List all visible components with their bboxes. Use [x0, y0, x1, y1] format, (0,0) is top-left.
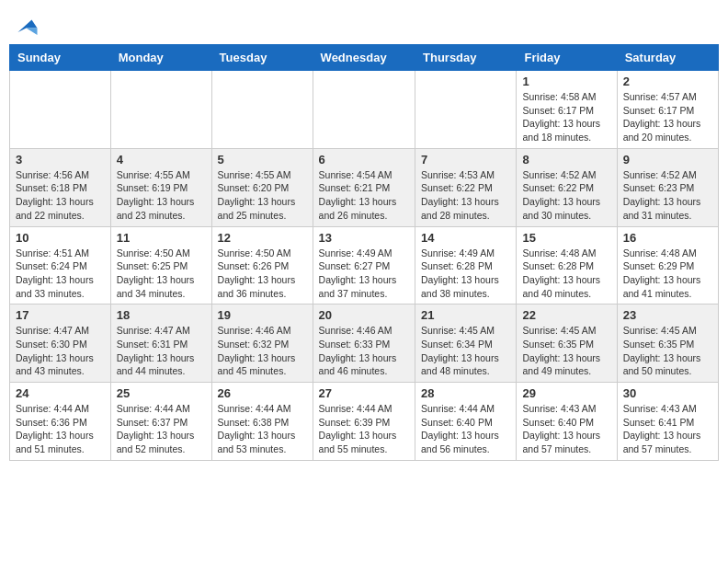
- calendar-cell: [313, 71, 415, 149]
- day-number: 7: [421, 153, 510, 167]
- header-thursday: Thursday: [415, 45, 517, 71]
- calendar-cell: 21Sunrise: 4:45 AM Sunset: 6:34 PM Dayli…: [415, 304, 517, 383]
- page-header: [9, 9, 719, 40]
- day-info: Sunrise: 4:43 AM Sunset: 6:40 PM Dayligh…: [522, 402, 610, 456]
- day-info: Sunrise: 4:55 AM Sunset: 6:19 PM Dayligh…: [117, 168, 206, 223]
- day-info: Sunrise: 4:44 AM Sunset: 6:39 PM Dayligh…: [319, 402, 409, 456]
- calendar-cell: 29Sunrise: 4:43 AM Sunset: 6:40 PM Dayli…: [517, 383, 617, 461]
- calendar-cell: 16Sunrise: 4:48 AM Sunset: 6:29 PM Dayli…: [617, 226, 718, 304]
- day-info: Sunrise: 4:50 AM Sunset: 6:25 PM Dayligh…: [117, 247, 206, 301]
- day-number: 29: [522, 386, 610, 400]
- header-tuesday: Tuesday: [211, 45, 313, 71]
- calendar-cell: 13Sunrise: 4:49 AM Sunset: 6:27 PM Dayli…: [313, 226, 415, 304]
- day-number: 2: [623, 75, 712, 88]
- day-number: 28: [421, 386, 510, 400]
- calendar-cell: 10Sunrise: 4:51 AM Sunset: 6:24 PM Dayli…: [10, 226, 111, 304]
- day-info: Sunrise: 4:45 AM Sunset: 6:34 PM Dayligh…: [421, 324, 510, 378]
- day-number: 13: [319, 231, 409, 245]
- calendar-cell: 7Sunrise: 4:53 AM Sunset: 6:22 PM Daylig…: [415, 148, 517, 226]
- calendar-week-row: 24Sunrise: 4:44 AM Sunset: 6:36 PM Dayli…: [10, 383, 719, 461]
- calendar-cell: 20Sunrise: 4:46 AM Sunset: 6:33 PM Dayli…: [313, 304, 415, 383]
- day-info: Sunrise: 4:44 AM Sunset: 6:38 PM Dayligh…: [218, 402, 307, 456]
- calendar-cell: 23Sunrise: 4:45 AM Sunset: 6:35 PM Dayli…: [617, 304, 718, 383]
- calendar-table: SundayMondayTuesdayWednesdayThursdayFrid…: [9, 44, 719, 461]
- header-wednesday: Wednesday: [313, 45, 415, 71]
- day-info: Sunrise: 4:55 AM Sunset: 6:20 PM Dayligh…: [218, 168, 307, 223]
- day-number: 16: [623, 231, 712, 245]
- day-number: 17: [16, 308, 105, 322]
- calendar-cell: 11Sunrise: 4:50 AM Sunset: 6:25 PM Dayli…: [110, 226, 211, 304]
- day-info: Sunrise: 4:44 AM Sunset: 6:36 PM Dayligh…: [16, 402, 105, 456]
- header-saturday: Saturday: [617, 45, 718, 71]
- day-number: 30: [623, 386, 712, 400]
- calendar-cell: 27Sunrise: 4:44 AM Sunset: 6:39 PM Dayli…: [313, 383, 415, 461]
- calendar-cell: [211, 71, 313, 149]
- day-number: 14: [421, 231, 510, 245]
- calendar-cell: 2Sunrise: 4:57 AM Sunset: 6:17 PM Daylig…: [617, 71, 718, 149]
- day-number: 21: [421, 308, 510, 322]
- day-number: 8: [522, 153, 610, 167]
- day-info: Sunrise: 4:57 AM Sunset: 6:17 PM Dayligh…: [623, 90, 712, 144]
- header-sunday: Sunday: [10, 45, 111, 71]
- calendar-cell: 24Sunrise: 4:44 AM Sunset: 6:36 PM Dayli…: [10, 383, 111, 461]
- calendar-cell: 26Sunrise: 4:44 AM Sunset: 6:38 PM Dayli…: [211, 383, 313, 461]
- logo-icon: [11, 13, 39, 40]
- calendar-cell: 15Sunrise: 4:48 AM Sunset: 6:28 PM Dayli…: [517, 226, 617, 304]
- calendar-cell: 5Sunrise: 4:55 AM Sunset: 6:20 PM Daylig…: [211, 148, 313, 226]
- calendar-cell: 8Sunrise: 4:52 AM Sunset: 6:22 PM Daylig…: [517, 148, 617, 226]
- calendar-cell: 12Sunrise: 4:50 AM Sunset: 6:26 PM Dayli…: [211, 226, 313, 304]
- day-info: Sunrise: 4:58 AM Sunset: 6:17 PM Dayligh…: [522, 90, 610, 144]
- day-number: 5: [218, 153, 307, 167]
- calendar-cell: 25Sunrise: 4:44 AM Sunset: 6:37 PM Dayli…: [110, 383, 211, 461]
- day-info: Sunrise: 4:43 AM Sunset: 6:41 PM Dayligh…: [623, 402, 712, 456]
- calendar-cell: 28Sunrise: 4:44 AM Sunset: 6:40 PM Dayli…: [415, 383, 517, 461]
- day-info: Sunrise: 4:49 AM Sunset: 6:28 PM Dayligh…: [421, 247, 510, 301]
- day-info: Sunrise: 4:48 AM Sunset: 6:29 PM Dayligh…: [623, 247, 712, 301]
- day-info: Sunrise: 4:49 AM Sunset: 6:27 PM Dayligh…: [319, 247, 409, 301]
- day-number: 22: [522, 308, 610, 322]
- day-info: Sunrise: 4:45 AM Sunset: 6:35 PM Dayligh…: [522, 324, 610, 378]
- day-info: Sunrise: 4:44 AM Sunset: 6:37 PM Dayligh…: [117, 402, 206, 456]
- calendar-week-row: 10Sunrise: 4:51 AM Sunset: 6:24 PM Dayli…: [10, 226, 719, 304]
- day-info: Sunrise: 4:56 AM Sunset: 6:18 PM Dayligh…: [16, 168, 105, 223]
- day-number: 6: [319, 153, 409, 167]
- day-number: 19: [218, 308, 307, 322]
- calendar-cell: 30Sunrise: 4:43 AM Sunset: 6:41 PM Dayli…: [617, 383, 718, 461]
- day-info: Sunrise: 4:53 AM Sunset: 6:22 PM Dayligh…: [421, 168, 510, 223]
- calendar-week-row: 1Sunrise: 4:58 AM Sunset: 6:17 PM Daylig…: [10, 71, 719, 149]
- day-info: Sunrise: 4:48 AM Sunset: 6:28 PM Dayligh…: [522, 247, 610, 301]
- day-number: 27: [319, 386, 409, 400]
- calendar-week-row: 3Sunrise: 4:56 AM Sunset: 6:18 PM Daylig…: [10, 148, 719, 226]
- day-number: 10: [16, 231, 105, 245]
- day-info: Sunrise: 4:50 AM Sunset: 6:26 PM Dayligh…: [218, 247, 307, 301]
- calendar-cell: [110, 71, 211, 149]
- day-info: Sunrise: 4:52 AM Sunset: 6:22 PM Dayligh…: [522, 168, 610, 223]
- calendar-header-row: SundayMondayTuesdayWednesdayThursdayFrid…: [10, 45, 719, 71]
- logo: [9, 13, 39, 40]
- day-info: Sunrise: 4:46 AM Sunset: 6:32 PM Dayligh…: [218, 324, 307, 378]
- header-friday: Friday: [517, 45, 617, 71]
- calendar-cell: [415, 71, 517, 149]
- calendar-cell: 22Sunrise: 4:45 AM Sunset: 6:35 PM Dayli…: [517, 304, 617, 383]
- calendar-cell: 3Sunrise: 4:56 AM Sunset: 6:18 PM Daylig…: [10, 148, 111, 226]
- calendar-cell: 6Sunrise: 4:54 AM Sunset: 6:21 PM Daylig…: [313, 148, 415, 226]
- header-monday: Monday: [110, 45, 211, 71]
- day-info: Sunrise: 4:54 AM Sunset: 6:21 PM Dayligh…: [319, 168, 409, 223]
- day-info: Sunrise: 4:52 AM Sunset: 6:23 PM Dayligh…: [623, 168, 712, 223]
- day-number: 12: [218, 231, 307, 245]
- day-info: Sunrise: 4:51 AM Sunset: 6:24 PM Dayligh…: [16, 247, 105, 301]
- day-number: 4: [117, 153, 206, 167]
- day-info: Sunrise: 4:44 AM Sunset: 6:40 PM Dayligh…: [421, 402, 510, 456]
- svg-marker-1: [27, 29, 38, 36]
- day-info: Sunrise: 4:47 AM Sunset: 6:31 PM Dayligh…: [117, 324, 206, 378]
- calendar-cell: 14Sunrise: 4:49 AM Sunset: 6:28 PM Dayli…: [415, 226, 517, 304]
- day-number: 15: [522, 231, 610, 245]
- day-number: 18: [117, 308, 206, 322]
- calendar-cell: 19Sunrise: 4:46 AM Sunset: 6:32 PM Dayli…: [211, 304, 313, 383]
- day-number: 23: [623, 308, 712, 322]
- day-info: Sunrise: 4:47 AM Sunset: 6:30 PM Dayligh…: [16, 324, 105, 378]
- calendar-cell: 9Sunrise: 4:52 AM Sunset: 6:23 PM Daylig…: [617, 148, 718, 226]
- calendar-cell: [10, 71, 111, 149]
- day-number: 26: [218, 386, 307, 400]
- day-number: 3: [16, 153, 105, 167]
